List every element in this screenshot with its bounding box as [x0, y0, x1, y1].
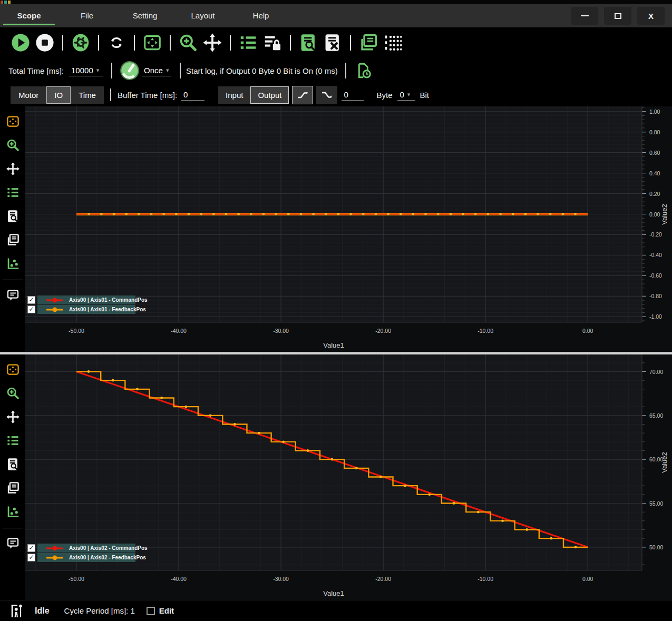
chart-panel-2: -50.00-40.00-30.00-20.00-10.000.0070.006…: [0, 354, 672, 600]
menu-item-file[interactable]: File: [58, 4, 116, 27]
locked-list-button[interactable]: [260, 31, 285, 55]
scatter-plot-button[interactable]: [3, 501, 23, 522]
main-toolbar: [0, 27, 672, 58]
titlebar-artifact: [1, 1, 3, 4]
pan-button[interactable]: [3, 158, 23, 179]
legend-checkbox[interactable]: [27, 554, 35, 561]
tab-time[interactable]: Time: [71, 86, 104, 104]
menu-item-layout[interactable]: Layout: [174, 4, 232, 27]
channel-list-button[interactable]: [3, 430, 23, 451]
log-clear-button[interactable]: [320, 31, 345, 55]
log-search-button[interactable]: [296, 31, 320, 55]
pan-button[interactable]: [200, 31, 225, 55]
log-schedule-button[interactable]: [352, 58, 376, 83]
comment-icon: [6, 536, 20, 550]
legend-entry[interactable]: Axis00 | Axis01 - FeedbackPos: [37, 305, 135, 314]
list-icon: [6, 433, 20, 448]
scatter-plot-button[interactable]: [3, 253, 23, 274]
maximize-button[interactable]: [604, 7, 631, 25]
gear-run-icon: [71, 33, 91, 53]
legend-checkbox[interactable]: [27, 544, 35, 552]
svg-text:-20.00: -20.00: [375, 328, 391, 334]
svg-text:Value2: Value2: [660, 204, 668, 225]
close-button[interactable]: X: [637, 7, 665, 25]
edge-value-input[interactable]: 0: [342, 90, 364, 101]
close-icon: X: [648, 12, 654, 20]
channel-list-button[interactable]: [3, 182, 23, 203]
falling-edge-icon: [320, 88, 333, 101]
play-button[interactable]: [8, 31, 33, 55]
legend-checkbox[interactable]: [27, 305, 35, 313]
refresh-button[interactable]: [104, 31, 129, 55]
layers-icon: [6, 233, 20, 247]
output-button[interactable]: Output: [250, 86, 289, 104]
zoom-in-button[interactable]: [3, 382, 23, 403]
legend-entry[interactable]: Axis00 | Axis01 - CommandPos: [37, 295, 135, 304]
rising-edge-button[interactable]: [292, 86, 313, 104]
grid-dots-button[interactable]: [381, 31, 405, 55]
source-tabs: Motor IO Time: [11, 86, 104, 104]
document-search-icon: [298, 33, 318, 53]
run-config-button[interactable]: [69, 31, 93, 55]
series-swatch-icon: [46, 298, 64, 303]
list-icon: [6, 185, 20, 200]
chart2-plot: -50.00-40.00-30.00-20.00-10.000.0070.006…: [25, 354, 672, 600]
trigger-mode-dropdown[interactable]: Once: [142, 65, 171, 76]
chart2-side-toolbar: [0, 354, 25, 600]
menu-bar: Scope File Setting Layout Help X: [0, 4, 672, 27]
legend-entry[interactable]: Axis00 | Axis02 - CommandPos: [37, 544, 135, 553]
pan-button[interactable]: [3, 406, 23, 427]
fit-view-button[interactable]: [3, 111, 23, 132]
legend-row: Axis00 | Axis01 - FeedbackPos: [27, 305, 135, 314]
window-controls: X: [565, 4, 672, 27]
svg-text:0.80: 0.80: [649, 129, 660, 135]
svg-text:0.00: 0.00: [582, 576, 593, 582]
toolbar-separator: [290, 35, 291, 51]
chart1-side-toolbar: [0, 106, 25, 352]
menu-item-help[interactable]: Help: [232, 4, 290, 27]
stop-button[interactable]: [33, 31, 57, 55]
fit-view-button[interactable]: [3, 359, 23, 380]
log-search-button[interactable]: [3, 205, 23, 226]
byte-label: Byte: [376, 91, 392, 100]
total-time-dropdown[interactable]: 10000: [69, 65, 103, 76]
pan-arrows-icon: [202, 33, 222, 53]
tab-motor[interactable]: Motor: [11, 86, 46, 104]
log-search-button[interactable]: [3, 454, 23, 475]
zoom-in-button[interactable]: [176, 31, 200, 55]
chart2-area[interactable]: -50.00-40.00-30.00-20.00-10.000.0070.006…: [25, 354, 672, 600]
svg-text:-30.00: -30.00: [273, 576, 289, 582]
side-toolbar-divider: [3, 528, 23, 528]
buffer-time-input[interactable]: 0: [181, 90, 204, 101]
zoom-in-button[interactable]: [3, 134, 23, 155]
edit-checkbox[interactable]: [147, 607, 155, 615]
byte-dropdown[interactable]: 0: [397, 90, 415, 101]
svg-text:0.20: 0.20: [649, 191, 660, 197]
comment-button[interactable]: [3, 284, 23, 305]
channel-list-button[interactable]: [236, 31, 260, 55]
trigger-gauge-button[interactable]: [118, 58, 142, 83]
menu-item-scope[interactable]: Scope: [0, 4, 58, 27]
document-x-icon: [323, 33, 343, 53]
legend-checkbox[interactable]: [27, 296, 35, 304]
input-button[interactable]: Input: [218, 86, 250, 104]
tab-io[interactable]: IO: [46, 86, 71, 104]
legend-entry[interactable]: Axis00 | Axis02 - FeedbackPos: [37, 553, 135, 562]
fit-view-icon: [6, 114, 20, 129]
layout-pages-button[interactable]: [356, 31, 381, 55]
series-swatch-icon: [46, 555, 64, 560]
comment-button[interactable]: [3, 533, 23, 554]
fit-view-button[interactable]: [140, 31, 164, 55]
rising-edge-icon: [296, 88, 309, 101]
layout-pages-button[interactable]: [3, 477, 23, 498]
separator: [345, 63, 346, 78]
layout-pages-button[interactable]: [3, 229, 23, 250]
falling-edge-button[interactable]: [316, 86, 337, 104]
minimize-button[interactable]: [571, 7, 598, 25]
menu-item-setting[interactable]: Setting: [116, 4, 174, 27]
cycle-period-text: Cycle Period [ms]: 1: [64, 606, 135, 615]
svg-text:-40.00: -40.00: [171, 576, 187, 582]
chart1-area[interactable]: -50.00-40.00-30.00-20.00-10.000.001.000.…: [25, 106, 672, 352]
list-icon: [238, 33, 258, 53]
toolbar-separator: [170, 35, 171, 51]
